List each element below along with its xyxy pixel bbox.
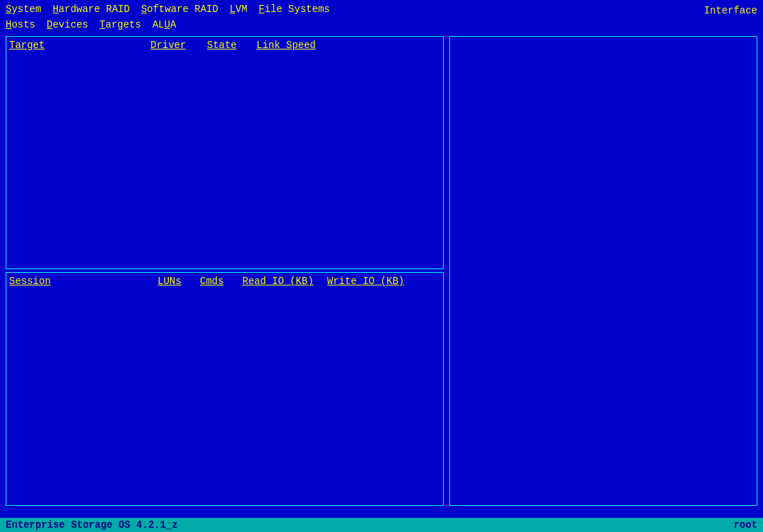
menu-file-systems[interactable]: File Systems: [259, 1, 330, 17]
col-writeio-header[interactable]: Write IO (KB): [327, 276, 404, 287]
interface-label[interactable]: Interface: [704, 1, 757, 33]
menu-row1: System Hardware RAID Software RAID LVM F…: [6, 1, 330, 17]
status-text: Enterprise Storage OS 4.2.1_z: [6, 519, 178, 531]
col-luns-header[interactable]: LUNs: [158, 276, 200, 287]
menu-alua[interactable]: ALUA: [153, 17, 177, 32]
main-content: Target Driver State Link Speed Session L…: [0, 33, 763, 509]
menu-row2: Hosts Devices Targets ALUA: [6, 17, 330, 32]
col-readio-header[interactable]: Read IO (KB): [242, 276, 327, 287]
menu-hosts[interactable]: Hosts: [6, 17, 35, 32]
left-panel: Target Driver State Link Speed Session L…: [6, 36, 444, 506]
col-state-header[interactable]: State: [207, 40, 256, 51]
menu-software-raid[interactable]: Software RAID: [141, 1, 218, 17]
top-panel: Target Driver State Link Speed: [6, 36, 444, 270]
menu-lvm[interactable]: LVM: [230, 1, 247, 17]
top-panel-header: Target Driver State Link Speed: [9, 40, 440, 51]
status-user: root: [733, 519, 757, 531]
right-panel: [449, 36, 757, 506]
status-bar: Enterprise Storage OS 4.2.1_z root: [0, 518, 763, 532]
menu-top-left: System Hardware RAID Software RAID LVM F…: [6, 1, 330, 33]
menu-bar: System Hardware RAID Software RAID LVM F…: [0, 0, 763, 33]
menu-targets[interactable]: Targets: [100, 17, 141, 32]
bottom-panel-header: Session LUNs Cmds Read IO (KB) Write IO …: [9, 276, 440, 287]
menu-hardware-raid[interactable]: Hardware RAID: [52, 1, 129, 17]
col-driver-header[interactable]: Driver: [150, 40, 207, 51]
bottom-panel: Session LUNs Cmds Read IO (KB) Write IO …: [6, 272, 444, 506]
col-linkspeed-header[interactable]: Link Speed: [256, 40, 316, 51]
col-session-header[interactable]: Session: [9, 276, 158, 287]
col-cmds-header[interactable]: Cmds: [200, 276, 242, 287]
menu-devices[interactable]: Devices: [47, 17, 88, 32]
col-target-header[interactable]: Target: [9, 40, 150, 51]
menu-system[interactable]: System: [6, 1, 41, 17]
